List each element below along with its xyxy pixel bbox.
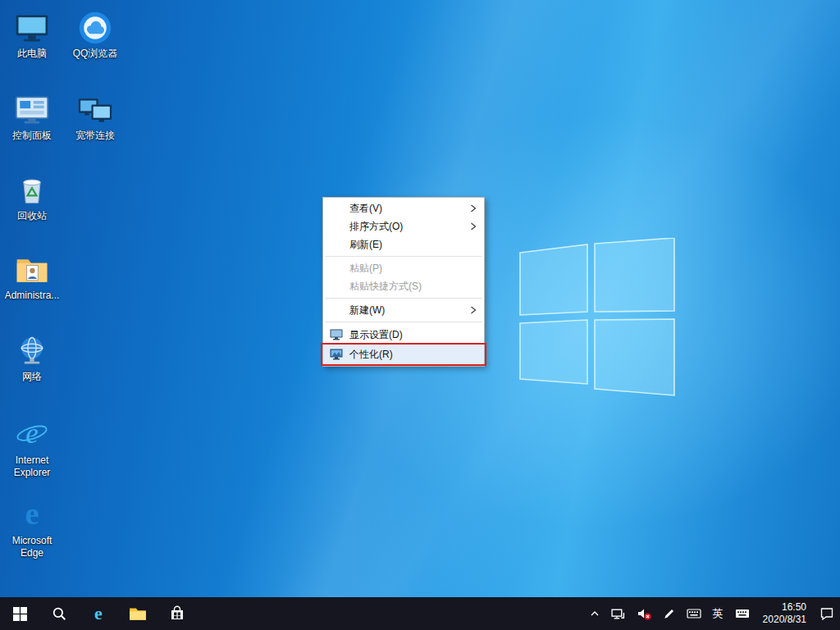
desktop-icon-label: Internet Explorer [1, 454, 63, 479]
desktop-icon-network[interactable]: 网络 [1, 333, 63, 383]
qq-browser-icon [77, 10, 113, 46]
desktop-icon-label: 网络 [22, 371, 42, 383]
clock-time: 16:50 [782, 601, 806, 614]
search-button[interactable] [39, 597, 79, 630]
recycle-bin-icon [14, 172, 50, 208]
taskbar-clock[interactable]: 16:50 2020/8/31 [756, 597, 814, 630]
submenu-chevron-icon [470, 204, 477, 212]
action-center-button[interactable] [814, 597, 840, 630]
submenu-chevron-icon [470, 306, 477, 314]
desktop-icon-label: 控制面板 [12, 130, 52, 142]
taskbar: e [0, 597, 840, 630]
volume-tray-button[interactable] [631, 597, 657, 630]
desktop-icon-control-panel[interactable]: 控制面板 [1, 92, 63, 142]
file-explorer-icon [129, 605, 147, 623]
edge-taskbar-button[interactable]: e [79, 597, 118, 630]
ime-language-indicator[interactable]: 英 [707, 597, 729, 630]
microsoft-edge-icon: e [14, 497, 50, 533]
touch-keyboard-icon [735, 606, 750, 621]
edge-icon: e [89, 604, 108, 623]
microsoft-store-button[interactable] [158, 597, 197, 630]
personalization-icon [330, 348, 343, 361]
ime-tray-button[interactable] [681, 597, 707, 630]
desktop-context-menu: 查看(V) 排序方式(O) 刷新(E) 粘贴(P) 粘贴快捷方式(S) 新建(W… [322, 197, 485, 367]
clock-date: 2020/8/31 [763, 614, 806, 626]
action-center-icon [819, 606, 834, 621]
menu-item-label: 个性化(R) [349, 348, 393, 362]
menu-separator [325, 256, 482, 257]
svg-text:e: e [25, 497, 39, 531]
volume-muted-icon [637, 606, 651, 621]
desktop-icon-broadband[interactable]: 宽带连接 [64, 92, 126, 142]
desktop-icon-internet-explorer[interactable]: e Internet Explorer [1, 417, 63, 479]
desktop-icon-label: 回收站 [17, 210, 47, 222]
start-button[interactable] [0, 597, 39, 630]
desktop-icon-recycle-bin[interactable]: 回收站 [1, 172, 63, 222]
submenu-chevron-icon [470, 222, 477, 231]
display-settings-icon [330, 328, 343, 341]
desktop-icon-this-pc[interactable]: 此电脑 [1, 10, 63, 60]
menu-item-label: 刷新(E) [349, 238, 382, 252]
file-explorer-button[interactable] [118, 597, 158, 630]
internet-explorer-icon: e [14, 417, 50, 453]
desktop-icon-administrator[interactable]: Administra... [1, 252, 63, 302]
pen-tray-button[interactable] [657, 597, 681, 630]
search-icon [52, 606, 66, 621]
taskbar-left: e [0, 597, 197, 630]
desktop-icon-microsoft-edge[interactable]: e Microsoft Edge [1, 497, 63, 559]
menu-separator [325, 298, 482, 299]
desktop-icon-label: 宽带连接 [75, 130, 115, 142]
desktop-icon-label: Administra... [5, 290, 60, 302]
network-ethernet-icon [611, 607, 625, 621]
svg-text:e: e [94, 604, 103, 623]
menu-item-paste: 粘贴(P) [323, 259, 484, 277]
menu-item-label: 显示设置(D) [349, 328, 403, 342]
network-tray-button[interactable] [605, 597, 631, 630]
menu-item-paste-shortcut: 粘贴快捷方式(S) [323, 277, 484, 295]
ime-language-label: 英 [713, 606, 724, 621]
system-tray: 英 16:50 2020/8/31 [584, 597, 840, 630]
menu-item-label: 查看(V) [349, 202, 382, 216]
menu-item-label: 粘贴(P) [349, 262, 382, 276]
menu-item-label: 排序方式(O) [349, 220, 403, 234]
desktop-icon-qq-browser[interactable]: QQ浏览器 [64, 10, 126, 60]
user-folder-icon [14, 252, 50, 288]
pen-icon [663, 608, 675, 620]
menu-separator [325, 322, 482, 322]
windows-start-icon [13, 607, 27, 621]
menu-item-sort-by[interactable]: 排序方式(O) [323, 217, 484, 235]
chevron-up-icon [590, 609, 600, 619]
menu-item-refresh[interactable]: 刷新(E) [323, 235, 484, 253]
menu-item-view[interactable]: 查看(V) [323, 199, 484, 217]
svg-text:e: e [25, 418, 38, 450]
tray-expand-button[interactable] [584, 597, 605, 630]
annotation-red-box [321, 343, 486, 366]
microsoft-store-icon [169, 605, 185, 622]
menu-item-new[interactable]: 新建(W) [323, 301, 484, 319]
network-globe-icon [14, 333, 50, 369]
windows-wallpaper-logo [515, 238, 679, 399]
desktop-icon-label: 此电脑 [17, 48, 47, 60]
menu-item-label: 新建(W) [349, 304, 385, 317]
touch-keyboard-button[interactable] [729, 597, 756, 630]
broadband-connection-icon [77, 92, 113, 128]
ime-keyboard-icon [687, 606, 701, 621]
desktop-wallpaper[interactable]: 此电脑 QQ浏览器 控制面板 [0, 0, 840, 597]
desktop-icon-label: Microsoft Edge [1, 535, 63, 559]
this-pc-icon [14, 10, 50, 46]
control-panel-icon [14, 92, 50, 128]
menu-item-display-settings[interactable]: 显示设置(D) [323, 325, 484, 345]
menu-item-label: 粘贴快捷方式(S) [349, 280, 422, 294]
menu-item-personalize[interactable]: 个性化(R) [323, 345, 484, 364]
desktop-icon-label: QQ浏览器 [73, 48, 118, 60]
